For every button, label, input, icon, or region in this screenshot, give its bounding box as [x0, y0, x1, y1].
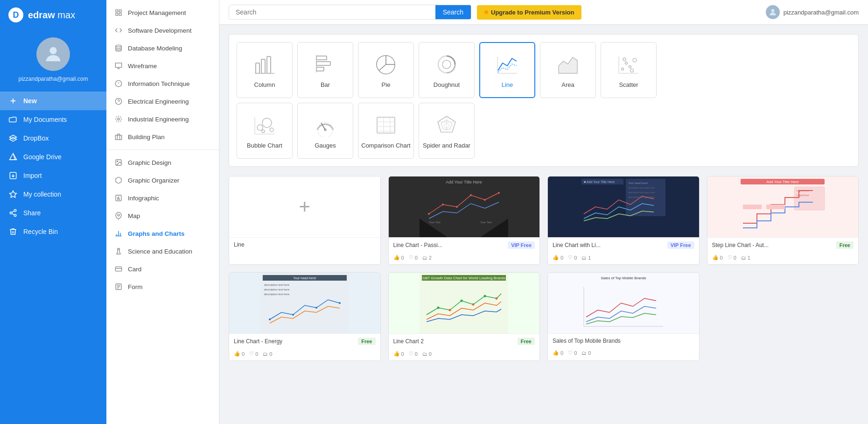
middle-nav-graphs-charts[interactable]: Graphs and Charts [106, 225, 219, 242]
chart-type-doughnut[interactable]: Doughnut [419, 42, 475, 98]
sidebar-item-google-drive[interactable]: Google Drive [0, 148, 106, 166]
middle-nav-graphic-organizer[interactable]: Graphic Organizer [106, 171, 219, 189]
template-thumb-pink: Add Your Title Here Legend text Legend t… [707, 177, 859, 237]
middle-nav-science-education-label: Science and Education [128, 248, 192, 255]
search-input[interactable] [229, 5, 435, 19]
template-blank-line[interactable]: + Line [229, 176, 381, 265]
template-line-energy[interactable]: Your head here! description text here de… [229, 272, 381, 361]
upgrade-dot [484, 10, 488, 14]
chart-type-comparison[interactable]: Comparison Chart [358, 103, 414, 159]
dropbox-icon [8, 134, 18, 143]
template-thumb-energy: Your head here! description text here de… [229, 273, 380, 333]
middle-nav-information-technique[interactable]: Information Technique [106, 75, 219, 92]
middle-nav-graphic-design[interactable]: Graphic Design [106, 154, 219, 171]
template-footer-chart2: Line Chart 2 Free [389, 333, 540, 349]
template-sales-mobile[interactable]: Sales of Top Mobile Brands Sales of Top … [547, 272, 700, 361]
chart-type-area[interactable]: Area [540, 42, 596, 98]
search-button[interactable]: Search [435, 5, 471, 19]
sidebar-item-share[interactable]: Share [0, 204, 106, 222]
chart-type-comparison-label: Comparison Chart [361, 142, 411, 149]
chart-type-gauges[interactable]: Gauges [297, 103, 353, 159]
map-icon [114, 211, 123, 220]
sidebar-item-my-collection[interactable]: My collection [0, 185, 106, 204]
chart-type-pie[interactable]: Pie [358, 42, 414, 98]
template-line-chart-2[interactable]: GBT Growth Data Chart for World Leading … [388, 272, 540, 361]
svg-text:description text here: description text here [264, 283, 290, 286]
sidebar-item-recycle-bin[interactable]: Recycle Bin [0, 222, 106, 241]
middle-nav-electrical-engineering[interactable]: Electrical Engineering [106, 92, 219, 110]
svg-rect-27 [115, 135, 121, 140]
chart-type-bar[interactable]: Bar [297, 42, 353, 98]
middle-nav-map-label: Map [128, 212, 140, 219]
sidebar-item-new-label: New [23, 97, 37, 105]
middle-nav-graphs-charts-label: Graphs and Charts [128, 230, 185, 237]
logo[interactable]: D edraw max [0, 0, 106, 30]
middle-nav-science-education[interactable]: Science and Education [106, 242, 219, 260]
chart-type-spider[interactable]: Spider and Radar [419, 103, 475, 159]
upgrade-button[interactable]: Upgrade to Premium Version [477, 5, 581, 20]
template-line-passive[interactable]: Add Your Title Here Your Text Your Text [388, 176, 540, 265]
middle-nav-database-modeling-label: Database Modeling [128, 45, 182, 52]
avatar [36, 37, 70, 71]
sidebar-item-my-documents[interactable]: My Documents [0, 110, 106, 129]
middle-nav-building-plan[interactable]: Building Plan [106, 128, 219, 146]
svg-point-29 [117, 161, 118, 162]
import-icon [8, 171, 18, 180]
header-email: pizzandparatha@gmail.com [784, 9, 859, 16]
sidebar-item-import[interactable]: Import [0, 166, 106, 185]
svg-point-124 [292, 314, 294, 316]
chart-type-column-label: Column [254, 81, 275, 88]
middle-nav-database-modeling[interactable]: Database Modeling [106, 39, 219, 57]
chart-type-line[interactable]: Line [479, 42, 535, 98]
svg-text:■ Add Your Title Here: ■ Add Your Title Here [584, 180, 615, 184]
middle-nav-wireframe[interactable]: Wireframe [106, 57, 219, 75]
middle-nav-industrial-engineering[interactable]: Industrial Engineering [106, 110, 219, 128]
svg-point-34 [118, 214, 119, 216]
svg-point-134 [472, 304, 475, 306]
template-footer-sales: Sales of Top Mobile Brands [548, 333, 699, 348]
search-bar: Search [229, 5, 471, 20]
content-area: Column Bar [219, 25, 868, 424]
sidebar-item-share-label: Share [23, 209, 41, 217]
chart-type-bubble[interactable]: Bubble Chart [237, 103, 293, 159]
svg-text:description text goes here: description text goes here [628, 191, 655, 194]
middle-nav-map[interactable]: Map [106, 207, 219, 225]
svg-rect-115 [743, 205, 762, 209]
header-user[interactable]: pizzandparatha@gmail.com [766, 5, 859, 19]
template-step-line[interactable]: Add Your Title Here Legend text Legend t… [707, 176, 859, 265]
svg-point-130 [437, 307, 440, 309]
middle-nav-card[interactable]: Card [106, 260, 219, 278]
building-icon [114, 132, 123, 141]
middle-nav-form[interactable]: Form [106, 278, 219, 296]
middle-nav-infographic[interactable]: Infographic [106, 189, 219, 207]
middle-nav-industrial-engineering-label: Industrial Engineering [128, 116, 189, 123]
svg-rect-127 [420, 273, 508, 333]
doughnut-chart-icon [434, 52, 459, 77]
middle-nav-form-label: Form [128, 283, 143, 290]
svg-point-9 [10, 212, 12, 214]
middle-nav-software-development[interactable]: Software Development [106, 21, 219, 39]
template-badge-passive: VIP Free [508, 241, 535, 249]
template-line-li[interactable]: ■ Add Your Title Here Your head here! de… [547, 176, 700, 265]
infographic-icon [114, 193, 123, 203]
bar-chart-icon [313, 52, 337, 77]
template-grid: + Line Add Your Title Here Your Text You… [229, 176, 859, 361]
svg-text:Your Text: Your Text [480, 221, 492, 224]
svg-rect-18 [115, 63, 121, 67]
svg-point-0 [49, 47, 56, 54]
template-thumb-passive: Add Your Title Here Your Text Your Text [389, 177, 540, 237]
svg-point-65 [623, 58, 626, 61]
middle-nav-project-management[interactable]: Project Management [106, 4, 219, 21]
chart-type-column[interactable]: Column [237, 42, 293, 98]
svg-point-97 [484, 199, 486, 201]
sidebar-item-google-drive-label: Google Drive [23, 153, 62, 161]
template-badge-chart2: Free [518, 338, 535, 345]
chart-type-scatter[interactable]: Scatter [601, 42, 657, 98]
sidebar-item-new[interactable]: New [0, 92, 106, 110]
svg-rect-77 [377, 117, 395, 133]
middle-nav-software-development-label: Software Development [128, 27, 192, 34]
svg-point-135 [496, 297, 498, 300]
sidebar-item-dropbox[interactable]: DropBox [0, 129, 106, 148]
svg-rect-15 [116, 13, 118, 15]
trash-icon [8, 227, 18, 236]
